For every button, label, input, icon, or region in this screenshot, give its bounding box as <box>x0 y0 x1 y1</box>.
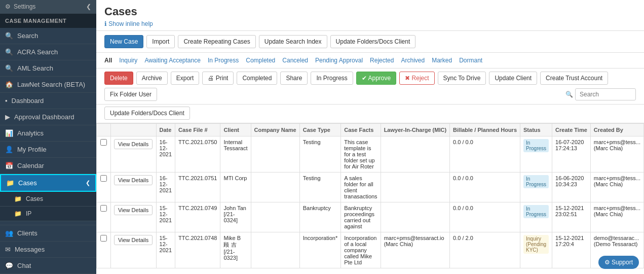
sidebar-item-search[interactable]: 🔍 Search <box>0 28 96 44</box>
row-create-time: 15-12-2021 17:20:4 <box>552 232 591 268</box>
analytics-icon: 📊 <box>5 129 13 137</box>
filter-tab-completed[interactable]: Completed <box>246 56 275 65</box>
search-input[interactable] <box>575 88 636 100</box>
col-created-by: Created By <box>590 124 643 136</box>
col-create-time: Create Time <box>552 124 591 136</box>
support-button[interactable]: ⚙ Support <box>598 256 639 269</box>
sidebar-item-my-profile[interactable]: 👤 My Profile <box>0 142 96 158</box>
col-case-file: Case File # <box>175 124 220 136</box>
fix-folder-button[interactable]: Fix Folder User <box>104 88 157 101</box>
sidebar-item-label: ACRA Search <box>17 48 58 56</box>
status-badge: Inquiry (Pending KYC) <box>523 235 549 254</box>
col-company: Company Name <box>251 124 299 136</box>
search-icon: 🔍 <box>5 32 13 40</box>
sidebar-item-cases[interactable]: 📁 Cases ❮ <box>0 174 96 192</box>
table-row: View Details 16-12-2021 TTC.2021.0750 In… <box>97 136 644 173</box>
row-date: 15-12-2021 <box>156 232 175 268</box>
row-lawyer: marc+pms@tessaract.io (Marc Chia) <box>381 232 449 268</box>
filter-tab-in-progress[interactable]: In Progress <box>208 56 239 65</box>
settings-item[interactable]: ⚙ Settings ❮ <box>0 0 96 14</box>
row-status: In Progress <box>520 173 552 202</box>
row-status: In Progress <box>520 202 552 232</box>
row-case-type: Bankruptcy <box>299 202 341 232</box>
completed-action-button[interactable]: Completed <box>237 72 277 85</box>
sync-to-drive-button[interactable]: Sync To Drive <box>438 72 486 85</box>
view-details-button[interactable]: View Details <box>114 175 153 185</box>
sidebar-item-calendar[interactable]: 📅 Calendar <box>0 158 96 174</box>
cases-table-area: Date Case File # Client Company Name Cas… <box>96 123 644 274</box>
sidebar-sub-label: Cases <box>26 195 43 202</box>
sidebar-sub-item-cases[interactable]: 📁 Cases <box>0 192 96 207</box>
action-bar: Delete Archive Export 🖨 Print Completed … <box>96 68 644 105</box>
row-checkbox[interactable] <box>100 139 107 146</box>
row-case-type: Incorporation* <box>299 232 341 268</box>
row-actions-cell: View Details <box>110 232 156 268</box>
print-button[interactable]: 🖨 Print <box>202 72 234 85</box>
inline-help-toggle[interactable]: ℹ Show inline help <box>104 20 636 27</box>
filter-tab-awaiting[interactable]: Awaiting Acceptance <box>144 56 201 65</box>
in-progress-action-button[interactable]: In Progress <box>311 72 353 85</box>
col-lawyer: Lawyer-In-Charge (MIC) <box>381 124 449 136</box>
sidebar-item-messages[interactable]: ✉ Messages <box>0 242 96 258</box>
update-search-index-button[interactable]: Update Search Index <box>259 35 327 48</box>
table-header-row: Date Case File # Client Company Name Cas… <box>97 124 644 136</box>
update-folders-docs-button[interactable]: Update Folders/Docs Client <box>104 107 190 120</box>
update-client-button[interactable]: Update Client <box>489 72 537 85</box>
new-case-button[interactable]: New Case <box>104 35 143 48</box>
row-actions-cell: View Details <box>110 173 156 202</box>
sidebar-item-approval-dashboard[interactable]: ▶ Approval Dashboard <box>0 109 96 125</box>
export-button[interactable]: Export <box>171 72 200 85</box>
update-folders-button[interactable]: Update Folders/Docs Client <box>330 35 416 48</box>
row-case-facts: This case template is for a test folder … <box>341 136 381 173</box>
sidebar-item-clients[interactable]: 👥 Clients <box>0 225 96 242</box>
create-trust-button[interactable]: Create Trust Account <box>540 72 608 85</box>
row-status: Inquiry (Pending KYC) <box>520 232 552 268</box>
sidebar-item-aml-search[interactable]: 🔍 AML Search <box>0 60 96 77</box>
sidebar-item-label: My Profile <box>17 146 47 153</box>
row-case-file: TTC.2021.0750 <box>175 136 220 173</box>
row-case-file: TTC.2021.0751 <box>175 173 220 202</box>
col-actions <box>110 124 156 136</box>
reject-button[interactable]: ✖ Reject <box>399 72 434 85</box>
filter-tab-all[interactable]: All <box>104 56 112 65</box>
row-case-facts: Bankruptcy proceedings carried out again… <box>341 202 381 232</box>
view-details-button[interactable]: View Details <box>114 235 153 245</box>
view-details-button[interactable]: View Details <box>114 139 153 149</box>
row-checkbox[interactable] <box>100 235 107 242</box>
share-button[interactable]: Share <box>280 72 308 85</box>
filter-tab-pending[interactable]: Pending Approval <box>315 56 363 65</box>
row-date: 15-12-2021 <box>156 202 175 232</box>
delete-button[interactable]: Delete <box>104 72 133 85</box>
view-details-button[interactable]: View Details <box>114 205 153 215</box>
row-checkbox[interactable] <box>100 175 107 182</box>
create-repeating-button[interactable]: Create Repeating Cases <box>178 35 255 48</box>
cases-collapse-icon: ❮ <box>86 180 90 186</box>
row-status: In Progress <box>520 136 552 173</box>
sidebar-sub-item-ip[interactable]: 📁 IP <box>0 207 96 221</box>
filter-tab-marked[interactable]: Marked <box>432 56 452 65</box>
sidebar-item-lawnet-search[interactable]: 🏠 LawNet Search (BETA) <box>0 77 96 93</box>
filter-tab-inquiry[interactable]: Inquiry <box>119 56 137 65</box>
filter-tab-archived[interactable]: Archived <box>401 56 425 65</box>
row-created-by: marc+pms@tess... (Marc Chia) <box>590 136 643 173</box>
import-button[interactable]: Import <box>146 35 175 48</box>
approve-button[interactable]: ✔ Approve <box>356 72 396 85</box>
filter-tab-rejected[interactable]: Rejected <box>370 56 394 65</box>
sidebar-item-label: Dashboard <box>12 97 44 105</box>
row-date: 16-12-2021 <box>156 136 175 173</box>
filter-tab-canceled[interactable]: Canceled <box>282 56 308 65</box>
filter-tab-dormant[interactable]: Dormant <box>459 56 482 65</box>
sidebar-section-label: CASE MANAGEMENT <box>0 14 96 28</box>
col-billable: Billable / Planned Hours <box>450 124 520 136</box>
sidebar-item-analytics[interactable]: 📊 Analytics <box>0 125 96 142</box>
sidebar-item-dashboard[interactable]: ▪ Dashboard <box>0 93 96 109</box>
sidebar-item-acra-search[interactable]: 🔍 ACRA Search <box>0 44 96 60</box>
row-checkbox[interactable] <box>100 205 107 212</box>
archive-button[interactable]: Archive <box>136 72 168 85</box>
sidebar-item-label: Cases <box>18 179 37 187</box>
main-toolbar: New Case Import Create Repeating Cases U… <box>96 31 644 53</box>
action-bar-row2: Update Folders/Docs Client <box>96 105 644 123</box>
sidebar-item-label: Search <box>17 32 38 40</box>
row-checkbox-cell <box>97 202 111 232</box>
sidebar-item-chat[interactable]: 💬 Chat <box>0 258 96 274</box>
